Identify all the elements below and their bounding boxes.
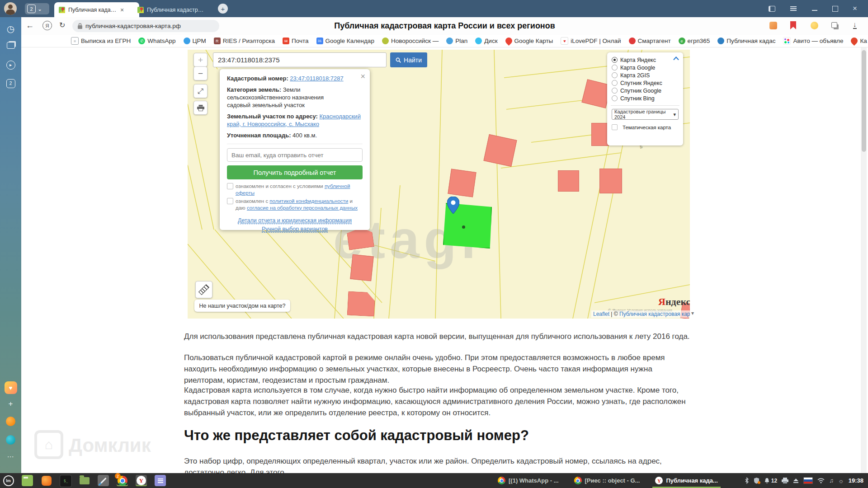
tab-close-icon[interactable]: × <box>120 6 124 14</box>
video-play-icon[interactable]: ▸ <box>0 60 21 70</box>
window-button-cadastral[interactable]: Y Публичная када... <box>652 473 720 488</box>
borders-year-select[interactable]: Кадастровые границы 2024▾ <box>612 109 679 120</box>
eject-icon[interactable] <box>793 478 799 483</box>
bookmark-item[interactable]: ♥iLovePDF | Онлай <box>561 37 621 45</box>
layer-option[interactable]: Карта Яндекс <box>612 56 679 64</box>
bookmark-flag-icon[interactable] <box>790 21 796 29</box>
brightness-icon[interactable]: ☼ <box>838 477 844 484</box>
measure-button[interactable] <box>195 281 212 298</box>
menu-icon[interactable] <box>790 0 797 17</box>
history-icon[interactable]: ◷ <box>0 23 21 34</box>
yandex-search-icon[interactable]: Я <box>42 21 52 30</box>
panels-icon[interactable] <box>769 0 775 17</box>
thematic-checkbox[interactable] <box>612 124 618 130</box>
personal-data-link[interactable]: согласие на обработку персональных данны… <box>247 205 358 211</box>
new-tab-button[interactable]: + <box>218 4 228 14</box>
email-input[interactable] <box>227 148 363 162</box>
print-button[interactable] <box>193 101 208 115</box>
cadastral-search-input[interactable] <box>213 52 387 67</box>
address-bar[interactable]: публичная-кадастровая-карта.рф <box>72 20 219 32</box>
bookmark-item[interactable]: RRIES / Риэлторска <box>214 38 275 44</box>
search-find-button[interactable]: Найти <box>390 52 427 67</box>
refresh-button[interactable]: ↻ <box>59 21 65 29</box>
cadastral-map-canvas[interactable]: ова etagi Найти + − ⤢ <box>188 50 690 319</box>
offer-checkbox[interactable] <box>227 183 233 189</box>
scroll-down-icon[interactable]: ▾ <box>691 310 694 316</box>
notifications-indicator[interactable]: 12 <box>764 478 777 484</box>
close-window-button[interactable]: × <box>853 0 857 17</box>
bookmark-item[interactable]: Публичная кадас <box>717 38 775 44</box>
text-editor-launcher[interactable] <box>155 475 166 486</box>
manual-select-link[interactable]: Ручной выбор вариантов <box>227 226 363 232</box>
bookmark-item[interactable]: Plan <box>446 38 467 44</box>
scrollbar-track[interactable] <box>861 47 867 473</box>
leaflet-link[interactable]: Leaflet <box>593 311 609 317</box>
back-button[interactable]: ← <box>26 21 34 30</box>
bookmark-item[interactable]: ✆WhatsApp <box>138 38 175 44</box>
app-orange-icon[interactable] <box>0 417 21 428</box>
bookmark-item[interactable]: Google Карты <box>505 38 553 44</box>
cadastral-number-link[interactable]: 23:47:0118018:7287 <box>290 75 343 82</box>
zoom-out-button[interactable]: − <box>193 66 208 80</box>
bookmark-item[interactable]: ✉Почта <box>283 38 309 44</box>
mint-menu-button[interactable]: lm <box>3 475 14 486</box>
layer-option[interactable]: Спутник Яндекс <box>612 79 679 87</box>
scrollbar-thumb[interactable] <box>862 50 866 152</box>
music-service-icon[interactable]: ♥ <box>0 381 21 394</box>
audio-player-icon[interactable]: ♫ <box>829 477 834 484</box>
tab-cadastral-map-2[interactable]: Публичная кадастровая <box>133 2 220 17</box>
avatar[interactable] <box>4 2 17 15</box>
chrome-launcher[interactable]: 2 <box>117 475 128 486</box>
report-details-link[interactable]: Детали отчета и юридическая информация <box>227 217 363 224</box>
layer-option[interactable]: Спутник Bing <box>612 94 679 102</box>
tab-cadastral-map-1[interactable]: Публичная кадастров × <box>54 2 139 17</box>
add-panel-icon[interactable]: + <box>0 399 21 408</box>
bookmark-item[interactable]: Ка <box>851 38 867 44</box>
privacy-checkbox[interactable] <box>227 198 233 204</box>
promo-icon[interactable] <box>769 22 777 29</box>
bookmark-item[interactable]: Смартагент <box>629 38 671 44</box>
bookmark-item[interactable]: Авито — объявле <box>783 37 843 45</box>
feed-icon[interactable] <box>0 42 21 51</box>
wifi-icon[interactable] <box>817 478 825 483</box>
more-apps-icon[interactable]: ⋯ <box>0 453 21 461</box>
get-report-button[interactable]: Получить подробный отчет <box>227 165 363 179</box>
window-button-whatsapp[interactable]: [(1) WhatsApp - ... <box>495 473 561 488</box>
downloads-icon[interactable]: ↓ <box>853 20 857 29</box>
terminal-launcher[interactable]: $_ <box>60 475 72 487</box>
minimize-button[interactable] <box>812 0 817 17</box>
collapse-chevron-icon[interactable] <box>673 56 679 61</box>
window-button-ries[interactable]: [Риес :: object - G... <box>571 473 643 488</box>
yandex-browser-launcher[interactable]: Y <box>136 475 147 486</box>
privacy-link[interactable]: политикой конфиденциальности <box>269 198 348 204</box>
pkk-link[interactable]: Публичная кадастровая карта <box>619 311 690 317</box>
bluetooth-icon[interactable] <box>745 477 749 484</box>
not-found-button[interactable]: Не нашли участок/дом на карте? <box>194 300 290 312</box>
clock[interactable]: 19:38 <box>849 477 863 484</box>
bookmark-item[interactable]: ≡Выписка из ЕГРН <box>71 37 131 45</box>
assistant-icon[interactable] <box>811 22 818 29</box>
fullscreen-button[interactable]: ⤢ <box>193 84 208 98</box>
app-teal-icon[interactable] <box>0 435 21 446</box>
shield-icon[interactable] <box>754 477 760 484</box>
firefox-launcher[interactable] <box>41 475 52 486</box>
bookmark-item[interactable]: 31Google Календар <box>316 38 374 44</box>
image-editor-launcher[interactable] <box>98 475 109 486</box>
bookmark-item[interactable]: eегрп365 <box>679 38 710 44</box>
popup-close-icon[interactable]: × <box>360 72 365 81</box>
layer-option[interactable]: Спутник Google <box>612 87 679 94</box>
zoom-in-button[interactable]: + <box>193 53 208 67</box>
keyboard-layout-flag-icon[interactable] <box>803 477 813 484</box>
tab-group-pill[interactable]: 2 ⌄ <box>25 3 49 14</box>
layer-option[interactable]: Карта 2GIS <box>612 71 679 79</box>
bookmark-item[interactable]: ЦРМ <box>184 38 206 44</box>
collections-icon[interactable] <box>831 22 837 28</box>
printer-tray-icon[interactable] <box>782 478 788 483</box>
bookmark-item[interactable]: Новороссийск — <box>382 38 439 44</box>
files-launcher[interactable] <box>79 475 90 486</box>
maximize-button[interactable] <box>832 0 838 17</box>
tab-counter[interactable]: 2 <box>0 79 21 88</box>
bookmark-item[interactable]: Диск <box>475 38 497 44</box>
layer-option[interactable]: Карта Google <box>612 64 679 71</box>
thematic-map-row[interactable]: Тематическая карта <box>612 123 679 131</box>
